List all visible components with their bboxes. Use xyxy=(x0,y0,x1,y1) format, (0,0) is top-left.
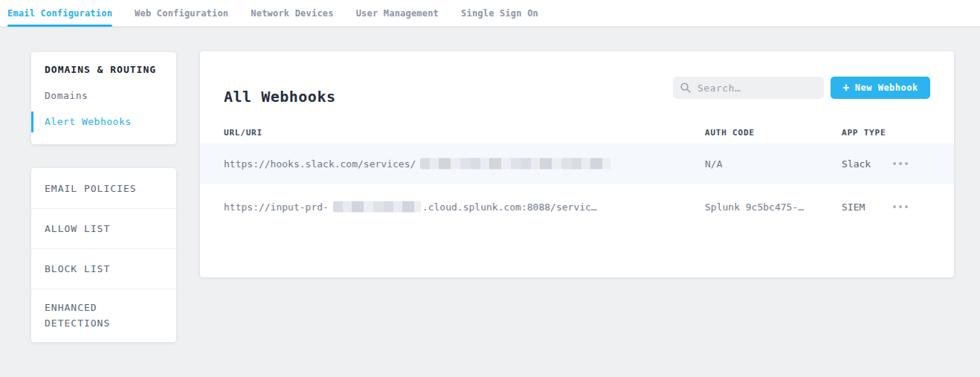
webhook-url-cell: https://input-prd- .cloud.splunk.com:808… xyxy=(224,202,597,213)
webhook-url-text: https://input-prd- xyxy=(224,202,329,213)
plus-icon: + xyxy=(842,83,850,94)
sidebar-sections-card: EMAIL POLICIES ALLOW LIST BLOCK LIST ENH… xyxy=(31,168,176,342)
tab-label: Single Sign On xyxy=(461,8,538,19)
search-box xyxy=(673,77,824,99)
auth-code-cell: Splunk 9c5bc475-… xyxy=(705,202,804,213)
tab-network-devices[interactable]: Network Devices xyxy=(251,0,333,26)
search-icon xyxy=(680,83,691,93)
row-actions-menu-button[interactable] xyxy=(892,201,909,213)
search-input[interactable] xyxy=(697,83,816,94)
sidebar-domains-routing-card: DOMAINS & ROUTING Domains Alert Webhooks xyxy=(31,52,176,144)
sidebar-item-allow-list[interactable]: ALLOW LIST xyxy=(31,208,176,248)
row-actions-menu-button[interactable] xyxy=(892,158,909,170)
tab-label: Email Configuration xyxy=(7,8,112,19)
column-header-url: URL/URI xyxy=(224,128,262,138)
tab-web-configuration[interactable]: Web Configuration xyxy=(135,0,228,26)
sidebar-heading: DOMAINS & ROUTING xyxy=(45,64,176,75)
sidebar-item-email-policies[interactable]: EMAIL POLICIES xyxy=(31,168,176,208)
table-row[interactable]: https://input-prd- .cloud.splunk.com:808… xyxy=(200,187,954,227)
tab-label: Network Devices xyxy=(251,8,333,19)
tab-email-configuration[interactable]: Email Configuration xyxy=(7,0,112,26)
column-header-app: APP TYPE xyxy=(842,128,886,138)
auth-code-cell: N/A xyxy=(705,158,722,170)
webhook-url-text: https://hooks.slack.com/services/ xyxy=(224,158,416,170)
column-header-auth: AUTH CODE xyxy=(705,128,755,138)
table-row[interactable]: https://hooks.slack.com/services/ N/A Sl… xyxy=(200,144,954,184)
redacted-url-segment xyxy=(420,158,610,170)
app-type-cell: Slack xyxy=(842,158,871,170)
top-navigation-bar: Email Configuration Web Configuration Ne… xyxy=(0,0,980,27)
webhook-url-text: .cloud.splunk.com:8088/servic… xyxy=(422,202,597,213)
webhooks-panel: All Webhooks + New Webhook URL/URI AUTH … xyxy=(200,51,954,277)
table-header-row: URL/URI AUTH CODE APP TYPE xyxy=(200,121,954,144)
sidebar-item-enhanced-detections[interactable]: ENHANCED DETECTIONS xyxy=(31,289,176,342)
tab-label: User Management xyxy=(356,8,439,19)
page-title: All Webhooks xyxy=(224,88,336,106)
sidebar-item-domains[interactable]: Domains xyxy=(45,90,176,101)
new-webhook-button-label: New Webhook xyxy=(855,83,918,93)
tab-user-management[interactable]: User Management xyxy=(356,0,439,26)
tab-label: Web Configuration xyxy=(135,8,228,19)
new-webhook-button[interactable]: + New Webhook xyxy=(831,77,930,99)
sidebar-item-alert-webhooks[interactable]: Alert Webhooks xyxy=(45,116,176,127)
tab-single-sign-on[interactable]: Single Sign On xyxy=(461,0,538,26)
app-type-cell: SIEM xyxy=(842,202,865,213)
webhook-url-cell: https://hooks.slack.com/services/ xyxy=(224,158,610,170)
redacted-url-segment xyxy=(333,202,421,213)
sidebar-item-block-list[interactable]: BLOCK LIST xyxy=(31,248,176,289)
